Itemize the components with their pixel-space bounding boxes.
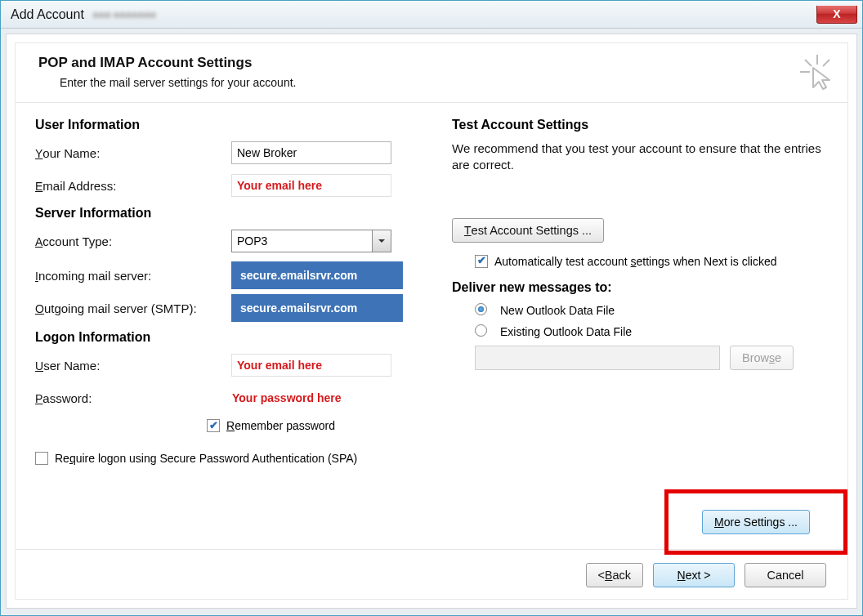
cursor-icon <box>798 53 836 91</box>
logon-info-heading: Logon Information <box>35 330 419 345</box>
cancel-button[interactable]: Cancel <box>745 563 826 587</box>
test-account-settings-button[interactable]: Test Account Settings ... <box>452 218 604 243</box>
close-button[interactable]: X <box>816 6 857 24</box>
titlebar: Add Account ■■■ ■■■■■■■ X <box>1 1 862 29</box>
remember-password-label: Remember password <box>226 418 335 433</box>
more-settings-highlight: More Settings ... <box>664 489 847 555</box>
add-account-window: Add Account ■■■ ■■■■■■■ X POP and IMAP A… <box>0 0 863 616</box>
your-name-label: Your Name: <box>35 146 231 160</box>
your-name-input[interactable]: New Broker <box>231 141 391 164</box>
remember-password-checkbox[interactable] <box>207 419 220 432</box>
email-input[interactable]: Your email here <box>231 174 391 197</box>
password-input[interactable]: Your password here <box>231 386 419 409</box>
svg-line-2 <box>823 60 829 66</box>
username-label: User Name: <box>35 359 231 373</box>
existing-data-file-path-input[interactable] <box>475 346 720 370</box>
username-input[interactable]: Your email here <box>231 354 391 377</box>
existing-data-file-label: Existing Outlook Data File <box>500 324 632 339</box>
server-info-heading: Server Information <box>35 206 419 221</box>
incoming-server-input[interactable]: secure.emailsrvr.com <box>231 261 403 289</box>
deliver-heading: Deliver new messages to: <box>452 280 828 295</box>
account-type-select[interactable]: POP3 <box>231 230 391 252</box>
test-settings-desc: We recommend that you test your account … <box>452 141 828 174</box>
title-blur-overflow: ■■■ ■■■■■■■ <box>92 8 155 21</box>
auto-test-label: Automatically test account settings when… <box>494 254 777 269</box>
wizard-subtitle: Enter the mail server settings for your … <box>60 76 831 89</box>
password-label: Password: <box>35 391 231 405</box>
outgoing-server-label: Outgoing mail server (SMTP): <box>35 301 231 315</box>
back-button[interactable]: < Back <box>586 563 643 587</box>
test-settings-heading: Test Account Settings <box>452 118 828 132</box>
spa-checkbox[interactable] <box>35 452 48 465</box>
window-title: Add Account <box>11 7 84 22</box>
left-column: User Information Your Name: New Broker E… <box>35 118 419 544</box>
chevron-down-icon[interactable] <box>372 230 391 252</box>
browse-button[interactable]: Browse <box>730 346 794 370</box>
new-data-file-label: New Outlook Data File <box>500 303 615 318</box>
incoming-server-label: Incoming mail server: <box>35 269 231 283</box>
more-settings-button[interactable]: More Settings ... <box>702 510 810 534</box>
outgoing-server-input[interactable]: secure.emailsrvr.com <box>231 294 403 322</box>
account-type-label: Account Type: <box>35 234 231 248</box>
user-info-heading: User Information <box>35 118 419 132</box>
wizard-body: User Information Your Name: New Broker E… <box>15 103 848 600</box>
wizard-buttons: < Back Next > Cancel <box>35 563 828 587</box>
close-icon: X <box>833 7 840 20</box>
new-data-file-radio[interactable] <box>475 303 487 315</box>
right-column: Test Account Settings We recommend that … <box>452 118 828 544</box>
existing-data-file-radio[interactable] <box>475 324 487 337</box>
next-button[interactable]: Next > <box>653 563 735 587</box>
svg-line-0 <box>805 60 812 66</box>
wizard-header: POP and IMAP Account Settings Enter the … <box>15 42 848 102</box>
auto-test-checkbox[interactable] <box>475 255 488 268</box>
wizard-title: POP and IMAP Account Settings <box>38 55 831 71</box>
spa-label: Require logon using Secure Password Auth… <box>55 451 357 466</box>
email-label: Email Address: <box>35 179 231 193</box>
client-area: POP and IMAP Account Settings Enter the … <box>6 33 857 609</box>
